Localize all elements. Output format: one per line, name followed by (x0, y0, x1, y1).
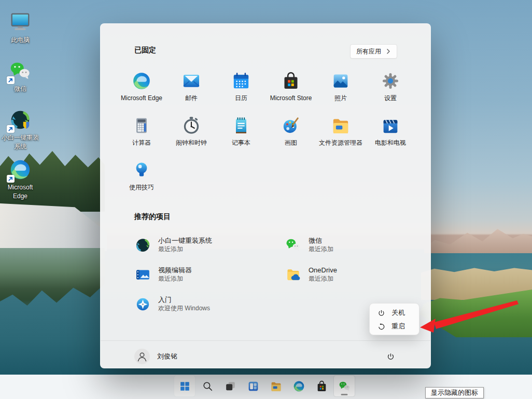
recommended-item-video-editor[interactable]: 视频编辑器 最近添加 (134, 260, 285, 290)
desktop-icon-wechat[interactable]: 微信 (0, 59, 40, 93)
movies-tv-icon (380, 115, 401, 136)
user-avatar (134, 349, 150, 364)
wechat-taskbar-button[interactable] (334, 376, 355, 396)
alarms-clock-icon (181, 115, 202, 136)
task-view-button[interactable] (220, 376, 241, 396)
pinned-app-calculator[interactable]: 计算器 (117, 112, 166, 157)
xiaobai-reinstall-icon (8, 108, 32, 132)
video-editor-icon (134, 266, 151, 283)
recommended-item-subtitle: 最近添加 (158, 245, 212, 254)
recommended-item-get-started[interactable]: 入门 欢迎使用 Windows (134, 290, 285, 319)
pinned-app-label: 记事本 (232, 140, 250, 146)
recommended-item-title: 小白一键重装系统 (158, 237, 212, 245)
pinned-app-label: 画图 (285, 140, 297, 146)
search-button[interactable] (197, 376, 218, 396)
recommended-item-onedrive[interactable]: OneDrive 最近添加 (285, 260, 435, 290)
running-app-indicator (341, 394, 348, 395)
photos-icon (330, 71, 351, 91)
xiaobai-reinstall-icon (134, 237, 151, 254)
pinned-app-alarms-clock[interactable]: 闹钟和时钟 (166, 112, 216, 157)
recommended-item-subtitle: 最近添加 (158, 275, 192, 283)
pinned-app-file-explorer[interactable]: 文件资源管理器 (316, 112, 366, 157)
pinned-app-label: Microsoft Store (270, 95, 312, 102)
pinned-app-label: 文件资源管理器 (319, 140, 362, 146)
desktop-icon-xiaobai[interactable]: 小白一键重装系统 (0, 108, 40, 152)
taskbar-center-icons (174, 376, 355, 396)
settings-icon (380, 71, 401, 91)
shutdown-label: 关机 (391, 308, 405, 318)
restart-menu-item[interactable]: 重启 (370, 320, 419, 333)
power-button[interactable] (381, 347, 400, 366)
recommended-section-header: 推荐的项目 (134, 212, 171, 222)
edge-taskbar-button[interactable] (288, 376, 309, 396)
desktop-icon-label: 此电脑 (0, 36, 40, 45)
desktop-icon-this-pc[interactable]: 此电脑 (0, 10, 40, 45)
power-icon (377, 309, 385, 317)
wallpaper-reflection (0, 248, 105, 317)
widgets-button[interactable] (243, 376, 263, 396)
recommended-item-subtitle: 最近添加 (309, 245, 333, 254)
edge-icon (131, 71, 152, 91)
store-icon (315, 380, 328, 393)
pinned-app-label: 电影和电视 (375, 140, 406, 146)
pinned-app-calendar[interactable]: 日历 (216, 67, 266, 112)
desktop-icon-label: Microsoft Edge (0, 183, 40, 201)
power-flyout-menu: 关机 重启 (369, 303, 419, 335)
pinned-app-label: 照片 (334, 95, 347, 102)
mail-icon (181, 71, 202, 91)
pinned-app-label: 使用技巧 (129, 184, 154, 191)
edge-icon (8, 158, 32, 182)
pinned-app-label: 闹钟和时钟 (176, 140, 207, 146)
store-taskbar-button[interactable] (311, 376, 332, 396)
desktop-screen: 此电脑 微信 小白一键重装系统 Microsoft Edge 已固定 所有应用 (0, 0, 532, 399)
pinned-app-edge[interactable]: Microsoft Edge (117, 67, 166, 112)
shortcut-arrow-icon (7, 125, 15, 133)
pinned-app-mail[interactable]: 邮件 (166, 67, 216, 112)
pinned-app-notepad[interactable]: 记事本 (216, 112, 266, 157)
pinned-app-label: Microsoft Edge (121, 95, 162, 102)
calendar-icon (231, 71, 251, 91)
desktop-icon-edge[interactable]: Microsoft Edge (0, 158, 40, 201)
file-explorer-icon (330, 115, 351, 136)
recommended-item-title: 视频编辑器 (158, 266, 192, 275)
file-explorer-taskbar-button[interactable] (265, 376, 286, 396)
restart-icon (377, 323, 385, 331)
all-apps-label: 所有应用 (356, 47, 381, 56)
paint-icon (281, 115, 301, 136)
pinned-app-settings[interactable]: 设置 (366, 67, 415, 112)
wechat-icon (285, 237, 302, 254)
pinned-app-movies-tv[interactable]: 电影和电视 (366, 112, 415, 157)
pinned-section-header: 已固定 (134, 46, 156, 55)
recommended-item-xiaobai[interactable]: 小白一键重装系统 最近添加 (134, 230, 285, 260)
task-view-icon (224, 380, 237, 393)
tray-tooltip: 显示隐藏的图标 (425, 387, 484, 398)
pinned-app-label: 计算器 (132, 140, 151, 146)
pinned-app-paint[interactable]: 画图 (266, 112, 316, 157)
calculator-icon (131, 115, 152, 136)
wechat-icon (8, 59, 32, 83)
edge-icon (292, 380, 305, 393)
recommended-item-title: OneDrive (309, 266, 337, 275)
file-explorer-icon (270, 380, 283, 393)
desktop-icon-label: 小白一键重装系统 (0, 133, 40, 152)
pinned-app-tips[interactable]: 使用技巧 (117, 157, 166, 201)
restart-label: 重启 (391, 322, 405, 331)
power-icon (386, 352, 395, 361)
all-apps-button[interactable]: 所有应用 (350, 44, 397, 59)
shutdown-menu-item[interactable]: 关机 (370, 306, 419, 320)
pinned-app-label: 日历 (235, 95, 247, 102)
shortcut-arrow-icon (7, 76, 15, 84)
recommended-item-wechat[interactable]: 微信 最近添加 (285, 230, 435, 260)
start-menu-divider (101, 340, 430, 341)
user-profile-button[interactable]: 刘俊铭 (134, 346, 177, 367)
pinned-app-label: 邮件 (185, 95, 198, 102)
pinned-app-label: 设置 (384, 95, 397, 102)
pinned-app-photos[interactable]: 照片 (316, 67, 366, 112)
pinned-app-store[interactable]: Microsoft Store (266, 67, 316, 112)
pinned-apps-grid: Microsoft Edge 邮件 日历 Microsoft Store 照片 … (117, 67, 415, 201)
windows-logo-icon (178, 380, 191, 393)
recommended-item-subtitle: 欢迎使用 Windows (158, 305, 210, 313)
recommended-item-title: 微信 (309, 237, 333, 245)
wallpaper-mountains (424, 222, 532, 253)
start-button[interactable] (174, 376, 195, 396)
